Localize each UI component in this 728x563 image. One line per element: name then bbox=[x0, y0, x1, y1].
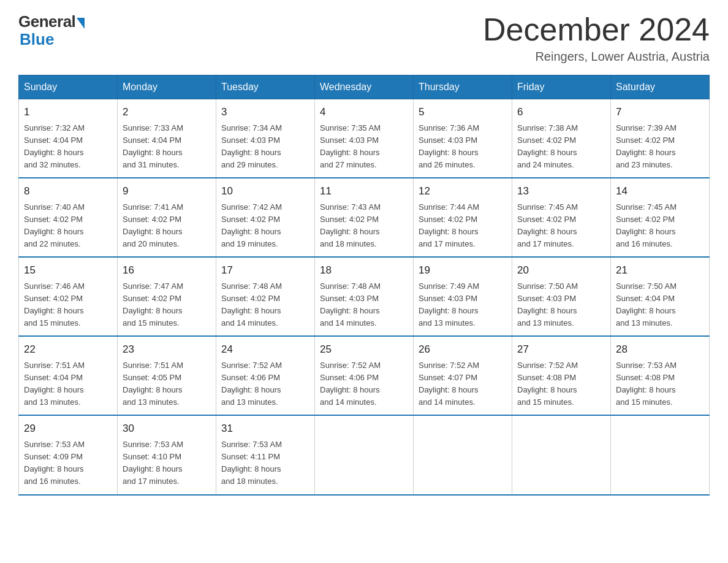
calendar-cell: 27 Sunrise: 7:52 AMSunset: 4:08 PMDaylig… bbox=[512, 336, 611, 415]
day-number: 7 bbox=[616, 104, 704, 120]
day-info: Sunrise: 7:50 AMSunset: 4:04 PMDaylight:… bbox=[616, 282, 677, 327]
day-number: 26 bbox=[419, 342, 507, 358]
day-number: 8 bbox=[24, 183, 112, 199]
weekday-header-sunday: Sunday bbox=[19, 75, 118, 99]
calendar-table: SundayMondayTuesdayWednesdayThursdayFrid… bbox=[18, 75, 710, 495]
calendar-cell: 30 Sunrise: 7:53 AMSunset: 4:10 PMDaylig… bbox=[118, 415, 216, 494]
day-info: Sunrise: 7:32 AMSunset: 4:04 PMDaylight:… bbox=[24, 123, 85, 169]
title-section: December 2024 Reingers, Lower Austria, A… bbox=[483, 12, 710, 64]
day-info: Sunrise: 7:38 AMSunset: 4:02 PMDaylight:… bbox=[517, 123, 578, 169]
calendar-cell: 18 Sunrise: 7:48 AMSunset: 4:03 PMDaylig… bbox=[315, 257, 414, 336]
weekday-header-wednesday: Wednesday bbox=[315, 75, 414, 99]
day-number: 13 bbox=[517, 183, 605, 199]
day-info: Sunrise: 7:35 AMSunset: 4:03 PMDaylight:… bbox=[320, 123, 381, 169]
day-info: Sunrise: 7:36 AMSunset: 4:03 PMDaylight:… bbox=[419, 123, 479, 169]
day-number: 23 bbox=[123, 342, 211, 358]
day-info: Sunrise: 7:40 AMSunset: 4:02 PMDaylight:… bbox=[24, 202, 85, 248]
calendar-cell: 9 Sunrise: 7:41 AMSunset: 4:02 PMDayligh… bbox=[118, 178, 216, 257]
calendar-cell: 17 Sunrise: 7:48 AMSunset: 4:02 PMDaylig… bbox=[216, 257, 315, 336]
day-number: 17 bbox=[221, 262, 309, 278]
day-number: 10 bbox=[221, 183, 309, 199]
calendar-cell: 1 Sunrise: 7:32 AMSunset: 4:04 PMDayligh… bbox=[19, 99, 118, 178]
day-info: Sunrise: 7:45 AMSunset: 4:02 PMDaylight:… bbox=[616, 202, 677, 248]
day-info: Sunrise: 7:52 AMSunset: 4:07 PMDaylight:… bbox=[419, 361, 479, 407]
calendar-cell: 24 Sunrise: 7:52 AMSunset: 4:06 PMDaylig… bbox=[216, 336, 315, 415]
weekday-header-monday: Monday bbox=[118, 75, 216, 99]
calendar-cell: 2 Sunrise: 7:33 AMSunset: 4:04 PMDayligh… bbox=[118, 99, 216, 178]
day-info: Sunrise: 7:48 AMSunset: 4:02 PMDaylight:… bbox=[221, 282, 282, 327]
calendar-cell: 25 Sunrise: 7:52 AMSunset: 4:06 PMDaylig… bbox=[315, 336, 414, 415]
day-info: Sunrise: 7:33 AMSunset: 4:04 PMDaylight:… bbox=[123, 123, 183, 169]
day-info: Sunrise: 7:53 AMSunset: 4:09 PMDaylight:… bbox=[24, 440, 85, 486]
day-info: Sunrise: 7:52 AMSunset: 4:06 PMDaylight:… bbox=[221, 361, 282, 407]
day-number: 14 bbox=[616, 183, 704, 199]
day-number: 2 bbox=[123, 104, 211, 120]
calendar-cell: 7 Sunrise: 7:39 AMSunset: 4:02 PMDayligh… bbox=[611, 99, 710, 178]
logo-general-text: General bbox=[18, 12, 75, 31]
day-number: 28 bbox=[616, 342, 704, 358]
day-info: Sunrise: 7:50 AMSunset: 4:03 PMDaylight:… bbox=[517, 282, 578, 327]
day-number: 22 bbox=[24, 342, 112, 358]
day-info: Sunrise: 7:53 AMSunset: 4:10 PMDaylight:… bbox=[123, 440, 183, 486]
calendar-cell: 16 Sunrise: 7:47 AMSunset: 4:02 PMDaylig… bbox=[118, 257, 216, 336]
day-info: Sunrise: 7:46 AMSunset: 4:02 PMDaylight:… bbox=[24, 282, 85, 327]
day-info: Sunrise: 7:41 AMSunset: 4:02 PMDaylight:… bbox=[123, 202, 183, 248]
weekday-header-tuesday: Tuesday bbox=[216, 75, 315, 99]
day-info: Sunrise: 7:34 AMSunset: 4:03 PMDaylight:… bbox=[221, 123, 282, 169]
day-info: Sunrise: 7:44 AMSunset: 4:02 PMDaylight:… bbox=[419, 202, 479, 248]
day-number: 9 bbox=[123, 183, 211, 199]
day-info: Sunrise: 7:51 AMSunset: 4:05 PMDaylight:… bbox=[123, 361, 183, 407]
calendar-cell: 6 Sunrise: 7:38 AMSunset: 4:02 PMDayligh… bbox=[512, 99, 611, 178]
calendar-cell bbox=[611, 415, 710, 494]
day-info: Sunrise: 7:52 AMSunset: 4:06 PMDaylight:… bbox=[320, 361, 381, 407]
day-info: Sunrise: 7:52 AMSunset: 4:08 PMDaylight:… bbox=[517, 361, 578, 407]
calendar-cell: 4 Sunrise: 7:35 AMSunset: 4:03 PMDayligh… bbox=[315, 99, 414, 178]
day-number: 19 bbox=[419, 262, 507, 278]
weekday-header-saturday: Saturday bbox=[611, 75, 710, 99]
day-number: 20 bbox=[517, 262, 605, 278]
day-info: Sunrise: 7:53 AMSunset: 4:11 PMDaylight:… bbox=[221, 440, 282, 486]
day-info: Sunrise: 7:43 AMSunset: 4:02 PMDaylight:… bbox=[320, 202, 381, 248]
calendar-week-5: 29 Sunrise: 7:53 AMSunset: 4:09 PMDaylig… bbox=[19, 415, 710, 494]
calendar-cell: 29 Sunrise: 7:53 AMSunset: 4:09 PMDaylig… bbox=[19, 415, 118, 494]
day-number: 29 bbox=[24, 421, 112, 437]
calendar-cell: 13 Sunrise: 7:45 AMSunset: 4:02 PMDaylig… bbox=[512, 178, 611, 257]
logo-arrow-icon bbox=[77, 18, 85, 29]
calendar-cell: 20 Sunrise: 7:50 AMSunset: 4:03 PMDaylig… bbox=[512, 257, 611, 336]
page-header: General Blue December 2024 Reingers, Low… bbox=[18, 12, 710, 64]
day-number: 24 bbox=[221, 342, 309, 358]
calendar-cell: 28 Sunrise: 7:53 AMSunset: 4:08 PMDaylig… bbox=[611, 336, 710, 415]
calendar-cell: 19 Sunrise: 7:49 AMSunset: 4:03 PMDaylig… bbox=[414, 257, 512, 336]
logo-blue-text: Blue bbox=[20, 30, 54, 49]
calendar-week-3: 15 Sunrise: 7:46 AMSunset: 4:02 PMDaylig… bbox=[19, 257, 710, 336]
calendar-cell: 8 Sunrise: 7:40 AMSunset: 4:02 PMDayligh… bbox=[19, 178, 118, 257]
day-number: 27 bbox=[517, 342, 605, 358]
calendar-cell: 26 Sunrise: 7:52 AMSunset: 4:07 PMDaylig… bbox=[414, 336, 512, 415]
logo: General Blue bbox=[18, 12, 85, 49]
weekday-header-friday: Friday bbox=[512, 75, 611, 99]
calendar-week-1: 1 Sunrise: 7:32 AMSunset: 4:04 PMDayligh… bbox=[19, 99, 710, 178]
calendar-cell bbox=[512, 415, 611, 494]
day-info: Sunrise: 7:49 AMSunset: 4:03 PMDaylight:… bbox=[419, 282, 479, 327]
day-number: 1 bbox=[24, 104, 112, 120]
day-number: 11 bbox=[320, 183, 408, 199]
calendar-cell: 21 Sunrise: 7:50 AMSunset: 4:04 PMDaylig… bbox=[611, 257, 710, 336]
day-number: 21 bbox=[616, 262, 704, 278]
weekday-header-row: SundayMondayTuesdayWednesdayThursdayFrid… bbox=[19, 75, 710, 99]
day-number: 16 bbox=[123, 262, 211, 278]
calendar-cell: 12 Sunrise: 7:44 AMSunset: 4:02 PMDaylig… bbox=[414, 178, 512, 257]
calendar-cell: 31 Sunrise: 7:53 AMSunset: 4:11 PMDaylig… bbox=[216, 415, 315, 494]
day-info: Sunrise: 7:53 AMSunset: 4:08 PMDaylight:… bbox=[616, 361, 677, 407]
day-info: Sunrise: 7:39 AMSunset: 4:02 PMDaylight:… bbox=[616, 123, 677, 169]
calendar-cell: 15 Sunrise: 7:46 AMSunset: 4:02 PMDaylig… bbox=[19, 257, 118, 336]
day-number: 6 bbox=[517, 104, 605, 120]
calendar-week-2: 8 Sunrise: 7:40 AMSunset: 4:02 PMDayligh… bbox=[19, 178, 710, 257]
day-number: 25 bbox=[320, 342, 408, 358]
day-number: 12 bbox=[419, 183, 507, 199]
day-number: 18 bbox=[320, 262, 408, 278]
calendar-cell: 10 Sunrise: 7:42 AMSunset: 4:02 PMDaylig… bbox=[216, 178, 315, 257]
calendar-week-4: 22 Sunrise: 7:51 AMSunset: 4:04 PMDaylig… bbox=[19, 336, 710, 415]
day-number: 30 bbox=[123, 421, 211, 437]
day-number: 15 bbox=[24, 262, 112, 278]
day-number: 5 bbox=[419, 104, 507, 120]
